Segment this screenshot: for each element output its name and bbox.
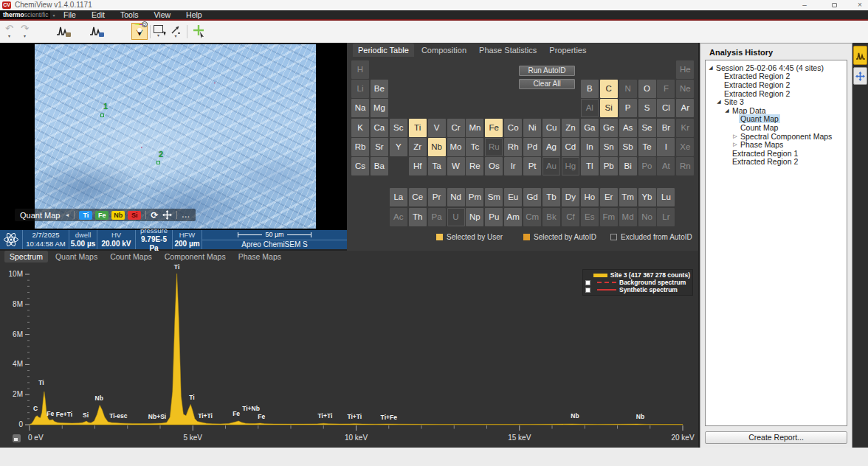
tab-periodic-table[interactable]: Periodic Table [353, 44, 414, 57]
element-Ba[interactable]: Ba [371, 157, 388, 175]
element-As[interactable]: As [619, 119, 637, 137]
chevron-down-icon[interactable]: ▾ [174, 35, 176, 38]
element-Np[interactable]: Np [466, 208, 483, 226]
tab-quant-maps[interactable]: Quant Maps [50, 251, 103, 262]
minimize-button[interactable]: – [798, 0, 811, 10]
element-Gd[interactable]: Gd [523, 188, 541, 206]
element-W[interactable]: W [447, 157, 465, 175]
pan-icon[interactable] [162, 210, 172, 220]
tab-component-maps[interactable]: Component Maps [159, 251, 231, 262]
tree-expander-icon[interactable]: ◢ [723, 107, 731, 114]
element-chip-Fe[interactable]: Fe [95, 211, 108, 220]
tree-expander-icon[interactable]: ▷ [731, 141, 739, 148]
element-Pm[interactable]: Pm [466, 188, 483, 206]
element-Ho[interactable]: Ho [581, 188, 599, 206]
element-Es[interactable]: Es [581, 208, 599, 226]
menu-edit[interactable]: Edit [92, 10, 105, 19]
element-Mo[interactable]: Mo [447, 138, 465, 156]
fit-view-icon[interactable] [13, 434, 21, 442]
element-La[interactable]: La [390, 188, 407, 206]
chevron-down-icon[interactable]: ▾ [8, 35, 10, 38]
redo-button[interactable]: ↷▾ [21, 24, 29, 38]
chevron-down-icon[interactable]: ▾ [137, 25, 142, 39]
element-I[interactable]: I [657, 138, 675, 156]
element-Lu[interactable]: Lu [657, 188, 675, 206]
tree-item[interactable]: ◢Map Data [706, 106, 847, 115]
element-chip-Nb[interactable]: Nb [111, 211, 125, 220]
element-Ir[interactable]: Ir [504, 157, 522, 175]
tree-item[interactable]: ◢Site 3 [706, 97, 847, 106]
element-Tb[interactable]: Tb [542, 188, 560, 206]
tab-properties[interactable]: Properties [544, 44, 591, 57]
element-Kr[interactable]: Kr [676, 119, 694, 137]
region-select-tool-button[interactable]: ▾ [154, 24, 163, 38]
element-H[interactable]: H [351, 60, 369, 79]
element-Pb[interactable]: Pb [600, 157, 618, 175]
element-Ne[interactable]: Ne [676, 80, 694, 98]
element-Pt[interactable]: Pt [523, 157, 541, 175]
element-Xe[interactable]: Xe [676, 138, 694, 156]
element-Cs[interactable]: Cs [351, 157, 369, 175]
element-Ca[interactable]: Ca [371, 119, 388, 137]
element-U[interactable]: U [447, 208, 465, 226]
element-Ni[interactable]: Ni [523, 119, 541, 137]
tree-item[interactable]: Extracted Region 2 [706, 72, 847, 81]
element-chip-Ti[interactable]: Ti [79, 211, 92, 220]
tree-item[interactable]: ▷Phase Maps [706, 140, 847, 149]
tree-item[interactable]: Extracted Region 2 [706, 80, 847, 89]
element-chip-Si[interactable]: Si [128, 211, 141, 220]
element-Md[interactable]: Md [619, 208, 637, 226]
element-Be[interactable]: Be [371, 80, 388, 98]
element-Sm[interactable]: Sm [485, 188, 503, 206]
element-He[interactable]: He [676, 60, 694, 79]
collapse-arrow-icon[interactable]: ◄ [64, 212, 69, 218]
element-Cr[interactable]: Cr [447, 119, 465, 137]
element-Yb[interactable]: Yb [638, 188, 656, 206]
element-Al[interactable]: Al [581, 99, 599, 117]
element-Nd[interactable]: Nd [447, 188, 465, 206]
point-select-tool-button[interactable] [191, 24, 206, 38]
element-Ge[interactable]: Ge [600, 119, 618, 137]
tree-item[interactable]: Extracted Region 1 [706, 149, 847, 158]
element-Li[interactable]: Li [351, 80, 369, 98]
element-Au[interactable]: Au [542, 157, 560, 175]
tab-spectrum[interactable]: Spectrum [4, 251, 48, 262]
element-At[interactable]: At [657, 157, 675, 175]
chemi-color-tool-button[interactable]: Q ▾ [131, 23, 148, 40]
element-Lr[interactable]: Lr [657, 208, 675, 226]
element-Pd[interactable]: Pd [523, 138, 541, 156]
tree-item[interactable]: ▷Spectral Component Maps [706, 132, 847, 141]
element-Y[interactable]: Y [390, 138, 407, 156]
tree-item[interactable]: Extracted Region 2 [706, 158, 847, 167]
element-K[interactable]: K [351, 119, 369, 137]
menu-help[interactable]: Help [186, 10, 202, 19]
element-Hf[interactable]: Hf [409, 157, 427, 175]
close-button[interactable]: × [853, 0, 867, 10]
tree-expander-icon[interactable]: ◢ [715, 98, 723, 105]
tree-expander-icon[interactable]: ◢ [707, 64, 714, 72]
element-B[interactable]: B [581, 80, 599, 98]
element-Tm[interactable]: Tm [619, 188, 637, 206]
element-Na[interactable]: Na [351, 99, 369, 117]
element-Bi[interactable]: Bi [619, 157, 637, 175]
site-marker-box[interactable] [100, 114, 104, 117]
element-Ce[interactable]: Ce [409, 188, 427, 206]
element-Er[interactable]: Er [600, 188, 618, 206]
element-Pr[interactable]: Pr [428, 188, 446, 206]
save-spectrum-button[interactable] [89, 25, 103, 36]
element-Nb[interactable]: Nb [428, 138, 446, 156]
element-Zr[interactable]: Zr [409, 138, 427, 156]
chevron-down-icon[interactable]: ▾ [157, 34, 159, 38]
element-Se[interactable]: Se [638, 119, 656, 137]
element-Bk[interactable]: Bk [542, 208, 560, 226]
run-autoid-button[interactable]: Run AutoID [519, 66, 575, 76]
element-Hg[interactable]: Hg [562, 157, 579, 175]
element-Br[interactable]: Br [657, 119, 675, 137]
undo-button[interactable]: ↶▾ [5, 24, 13, 38]
element-Rb[interactable]: Rb [351, 138, 369, 156]
open-spectrum-button[interactable] [56, 25, 69, 36]
element-Rn[interactable]: Rn [676, 157, 694, 175]
tab-phase-statistics[interactable]: Phase Statistics [474, 44, 542, 57]
element-Rh[interactable]: Rh [504, 138, 522, 156]
tab-phase-maps[interactable]: Phase Maps [233, 251, 286, 262]
